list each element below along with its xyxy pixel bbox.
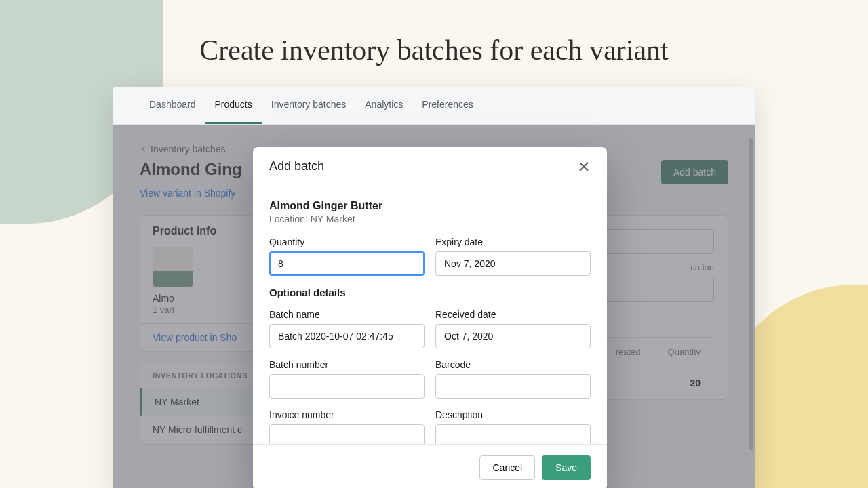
tab-preferences[interactable]: Preferences bbox=[412, 87, 482, 124]
close-icon[interactable] bbox=[577, 160, 591, 174]
tab-products[interactable]: Products bbox=[205, 87, 262, 124]
invoice-number-label: Invoice number bbox=[269, 409, 425, 420]
modal-title: Add batch bbox=[269, 159, 324, 174]
description-label: Description bbox=[435, 409, 591, 420]
batch-name-label: Batch name bbox=[269, 309, 425, 320]
batch-number-label: Batch number bbox=[269, 359, 425, 370]
expiry-date-label: Expiry date bbox=[435, 237, 591, 247]
description-input[interactable] bbox=[435, 424, 591, 444]
modal-product-name: Almond Ginger Butter bbox=[269, 200, 591, 212]
page-title: Create inventory batches for each varian… bbox=[0, 34, 868, 66]
save-button[interactable]: Save bbox=[542, 455, 591, 480]
tab-inventory-batches[interactable]: Inventory batches bbox=[262, 87, 356, 124]
barcode-input[interactable] bbox=[435, 374, 591, 399]
batch-name-input[interactable] bbox=[269, 324, 425, 348]
optional-details-header: Optional details bbox=[269, 287, 591, 298]
tab-dashboard[interactable]: Dashboard bbox=[140, 87, 205, 124]
modal-body: Almond Ginger Butter Location: NY Market… bbox=[253, 186, 607, 444]
expiry-date-input[interactable] bbox=[435, 251, 591, 276]
modal-location: Location: NY Market bbox=[269, 214, 591, 224]
quantity-label: Quantity bbox=[269, 237, 425, 247]
cancel-button[interactable]: Cancel bbox=[479, 455, 535, 480]
received-date-input[interactable] bbox=[435, 324, 591, 348]
received-date-label: Received date bbox=[435, 309, 591, 320]
invoice-number-input[interactable] bbox=[269, 424, 425, 444]
add-batch-modal: Add batch Almond Ginger Butter Location:… bbox=[253, 147, 607, 488]
tab-analytics[interactable]: Analytics bbox=[355, 87, 412, 124]
modal-header: Add batch bbox=[253, 147, 607, 186]
modal-footer: Cancel Save bbox=[253, 444, 607, 488]
nav-tabs: Dashboard Products Inventory batches Ana… bbox=[113, 87, 755, 125]
batch-number-input[interactable] bbox=[269, 374, 425, 399]
quantity-input[interactable] bbox=[269, 251, 425, 276]
barcode-label: Barcode bbox=[435, 359, 591, 370]
